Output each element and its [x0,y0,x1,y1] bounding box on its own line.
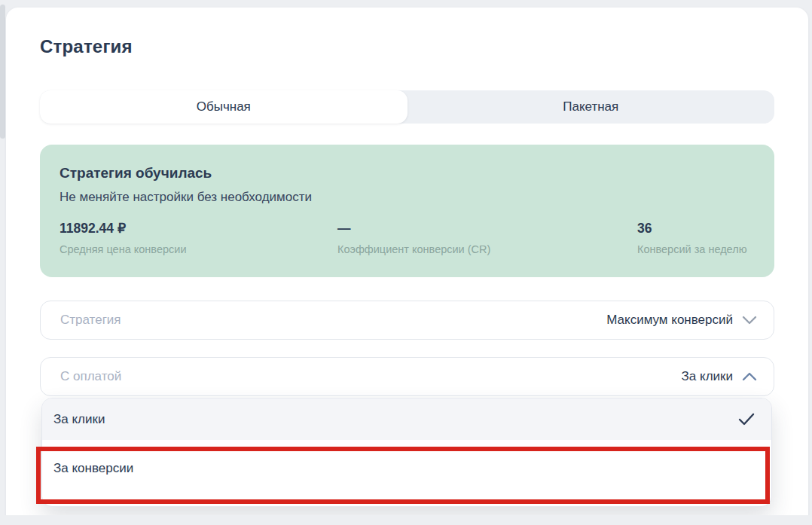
option-per-conversions[interactable]: За конверсии [42,440,771,497]
strategy-select-label: Стратегия [60,313,121,328]
strategy-learned-banner: Стратегия обучилась Не меняйте настройки… [40,145,774,277]
stat-conversion-rate: — Коэффициент конверсии (CR) [337,221,490,255]
check-icon [738,413,755,426]
chevron-up-icon [742,372,757,381]
option-per-conversions-label: За конверсии [53,461,133,476]
stat-conversions-per-week: 36 Конверсий за неделю [637,221,747,255]
chevron-down-icon [742,316,757,325]
tab-regular[interactable]: Обычная [40,90,408,124]
stat-label: Конверсий за неделю [637,243,747,255]
banner-title: Стратегия обучилась [60,165,755,182]
scrollbar-thumb[interactable] [0,5,5,139]
strategy-select-value: Максимум конверсий [606,313,733,328]
payment-select[interactable]: С оплатой За клики [40,357,774,396]
banner-subtitle: Не меняйте настройки без необходимости [60,190,755,205]
payment-select-label: С оплатой [60,369,121,384]
page-background-strip [0,515,812,525]
strategy-select[interactable]: Стратегия Максимум конверсий [40,301,774,340]
stat-value: 11892.44 ₽ [60,221,187,237]
strategy-type-tabs: Обычная Пакетная [40,90,774,124]
stat-label: Средняя цена конверсии [60,243,187,255]
option-per-clicks-label: За клики [53,412,105,427]
stat-label: Коэффициент конверсии (CR) [337,243,490,255]
payment-options-dropdown: За клики За конверсии [41,398,772,507]
option-per-clicks[interactable]: За клики [42,398,771,440]
tab-package[interactable]: Пакетная [408,90,775,124]
stat-value: 36 [637,221,747,237]
page-title: Стратегия [40,36,774,57]
tab-package-label: Пакетная [563,99,618,114]
payment-select-value: За клики [682,369,733,384]
tab-regular-label: Обычная [197,99,251,114]
stat-avg-conversion-price: 11892.44 ₽ Средняя цена конверсии [60,221,187,255]
stat-value: — [337,221,490,237]
